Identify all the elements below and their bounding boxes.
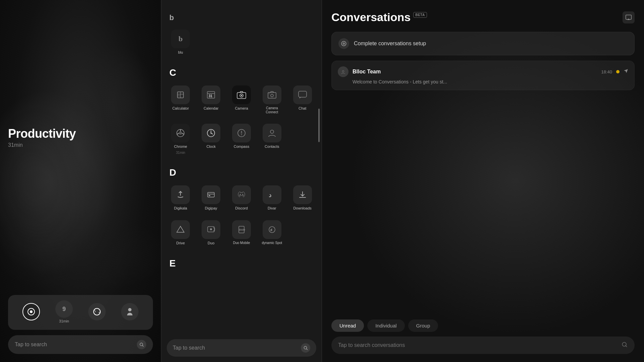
svg-rect-29 [208,192,214,197]
svg-line-43 [307,349,308,350]
filter-group[interactable]: Group [408,319,438,332]
productivity-time: 31min [8,142,23,148]
app-icon-divar: د [263,185,281,204]
dock-icon-time [88,303,106,320]
app-label-camera: Camera [235,106,248,111]
svg-rect-31 [209,195,210,196]
conv-name-blloc: Blloc Team [353,69,597,75]
conversations-settings-icon[interactable] [623,11,635,23]
dock-item-contacts[interactable] [121,303,139,320]
conversations-title: Conversations [331,11,411,24]
svg-text:31: 31 [209,94,213,98]
beta-badge: BETA [413,12,427,18]
app-chat[interactable]: Chat [288,82,316,118]
app-icon-dynamic-spot: d [263,220,281,239]
conversations-header: Conversations BETA [331,11,635,24]
app-blu[interactable]: b blu [167,26,195,58]
search-bar[interactable]: Tap to search [8,335,153,354]
conv-search-bar[interactable]: Tap to search conversations [331,337,635,354]
app-calendar[interactable]: 31 Calendar [197,82,225,118]
app-clock[interactable]: Clock [197,120,225,158]
app-icon-chat [293,85,312,104]
app-icon-compass [232,124,251,142]
app-icon-camera [232,85,251,104]
app-label-digipay: Digipay [205,206,217,210]
conversation-card-blloc[interactable]: Blloc Team 18:40 Welcome to Conversation… [331,61,635,90]
app-label-downloads: Downloads [293,206,311,210]
app-discord[interactable]: Discord [228,182,256,214]
scroll-indicator [318,109,320,142]
app-camera-connect[interactable]: C Camera Connect [258,82,286,118]
drawer-search-bar[interactable]: Tap to search [167,339,316,357]
app-camera[interactable]: Camera [228,82,256,118]
svg-point-47 [343,43,345,45]
conversations-content: Conversations BETA Complete conversation… [322,0,644,362]
dock-icon-contacts [121,303,139,320]
conv-send-icon [624,69,628,75]
app-icon-chrome [171,124,190,142]
app-label-divar: Divar [268,206,276,210]
svg-point-11 [241,95,242,96]
app-sublabel-chrome: 31min [176,151,185,155]
setup-card[interactable]: Complete conversations setup [331,32,635,55]
drawer-search-placeholder: Tap to search [173,345,205,351]
app-contacts[interactable]: Contacts [258,120,286,158]
svg-point-32 [240,194,241,195]
svg-point-24 [211,133,212,134]
svg-marker-27 [241,133,242,136]
drawer-search-icon [301,343,310,353]
apps-grid-b: b blu [167,26,316,58]
conv-search-icon [621,341,628,349]
app-compass[interactable]: Compass [228,120,256,158]
app-label-duo: Duo [208,241,214,245]
app-icon-digikala [171,185,190,204]
section-letter-d: D [167,161,316,182]
filter-individual[interactable]: Individual [367,319,405,332]
app-icon-clock [202,124,220,142]
app-icon-calendar: 31 [202,85,220,104]
search-icon [137,340,146,349]
productivity-label-area: Productivity 31min [8,13,153,295]
app-icon-downloads [293,185,312,204]
svg-text:C: C [269,93,270,95]
app-icon-discord [232,185,251,204]
dock-item-time[interactable] [88,303,106,320]
filter-unread[interactable]: Unread [331,319,364,332]
app-label-contacts: Contacts [265,144,279,149]
app-label-clock: Clock [206,144,216,149]
app-divar[interactable]: د Divar [258,182,286,214]
svg-point-46 [341,41,346,46]
app-digipay[interactable]: Digipay [197,182,225,214]
conversations-title-wrap: Conversations BETA [331,11,427,24]
app-label-chat: Chat [299,106,306,111]
app-label-discord: Discord [235,206,248,210]
svg-marker-26 [241,130,242,133]
dock-item-clock[interactable]: 9 31min [55,300,73,323]
app-downloads[interactable]: Downloads [288,182,316,214]
dock-item-camera[interactable] [22,303,40,320]
conv-avatar-blloc [338,66,348,77]
svg-point-28 [270,130,274,133]
svg-point-42 [304,346,307,349]
svg-text:د: د [269,192,271,198]
svg-point-37 [210,228,212,230]
drawer-search-area: Tap to search [161,335,322,362]
section-letter-b: b [167,0,316,26]
app-label-chrome: Chrome [174,144,187,149]
app-duo-mobile[interactable]: DUO Duo Mobile [228,217,256,249]
app-digikala[interactable]: Digikala [167,182,195,214]
drawer-scroll-area[interactable]: b b blu C C [161,0,322,335]
app-icon-drive [171,220,190,239]
conv-preview-blloc: Welcome to Conversations - Lets get you … [338,79,628,84]
app-duo[interactable]: Duo [197,217,225,249]
app-dynamic-spot[interactable]: d dynamic Spot [258,217,286,249]
panel-conversations: Conversations BETA Complete conversation… [322,0,644,362]
setup-icon [338,38,349,49]
conv-search-placeholder: Tap to search conversations [338,342,405,348]
app-chrome[interactable]: Chrome 31min [167,120,195,158]
dock-icons: 9 31min [15,300,146,323]
dock-area: 9 31min [8,295,153,330]
conv-time-blloc: 18:40 [601,69,612,74]
app-calculator[interactable]: Calculator [167,82,195,118]
app-drive[interactable]: Drive [167,217,195,249]
